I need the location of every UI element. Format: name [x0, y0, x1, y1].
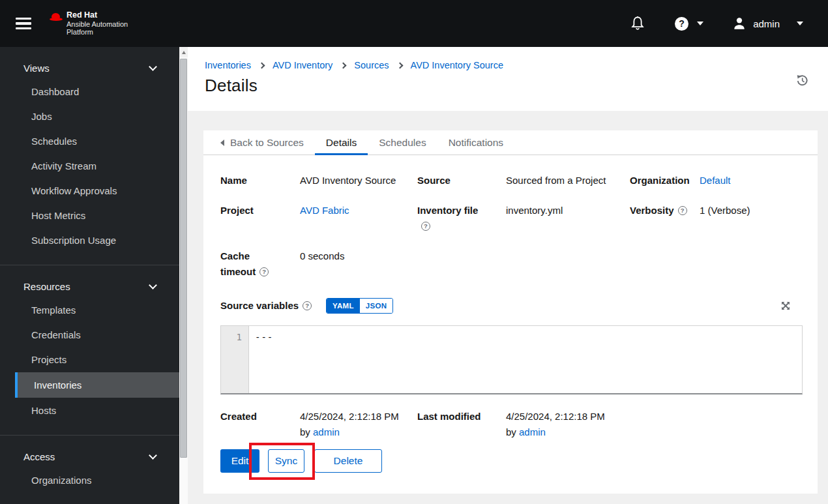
angle-right-icon [396, 62, 403, 68]
sidebar-item-subscription-usage[interactable]: Subscription Usage [0, 228, 179, 252]
nav-toggle-button[interactable] [16, 18, 31, 29]
caret-down-icon [797, 22, 803, 25]
help-popover-icon[interactable]: ? [259, 267, 269, 276]
bell-icon [630, 16, 645, 31]
brand-subtitle-1: Ansible Automation [67, 20, 128, 29]
angle-right-icon [258, 62, 265, 68]
chevron-down-icon [149, 63, 157, 71]
chevron-down-icon [149, 451, 157, 460]
source-variables-label: Source variables? [220, 298, 312, 314]
organization-label: Organization [630, 173, 700, 188]
breadcrumb-sources[interactable]: Sources [354, 60, 389, 70]
angle-right-icon [340, 62, 347, 68]
sidebar-item-credentials[interactable]: Credentials [0, 323, 179, 347]
tab-notifications[interactable]: Notifications [437, 130, 514, 155]
yaml-toggle-button[interactable]: YAML [327, 299, 360, 313]
help-dropdown-toggle[interactable] [697, 22, 703, 25]
chevron-down-icon [149, 281, 157, 289]
masthead: Red Hat Ansible Automation Platform ? [0, 0, 828, 47]
angle-left-icon [220, 140, 224, 146]
sidebar-section-resources[interactable]: Resources [0, 276, 179, 297]
edit-button[interactable]: Edit [220, 449, 259, 473]
sidebar-item-dashboard[interactable]: Dashboard [0, 80, 179, 104]
last-modified-label: Last modified [417, 409, 506, 424]
sidebar-section-views[interactable]: Views [0, 57, 179, 79]
notifications-button[interactable] [630, 16, 645, 31]
breadcrumb-avd-inventory-source[interactable]: AVD Inventory Source [411, 60, 503, 70]
sidebar-nav: Views Dashboard Jobs Schedules Activity … [0, 47, 179, 504]
project-label: Project [220, 203, 300, 218]
sidebar-item-hosts[interactable]: Hosts [0, 398, 179, 422]
detail-row-2: Project AVD Fabric Inventory file? inven… [220, 203, 803, 234]
sidebar-section-access[interactable]: Access [0, 446, 179, 467]
format-toggle: YAML JSON [326, 298, 393, 314]
inventory-file-value: inventory.yml [506, 203, 630, 218]
help-popover-icon[interactable]: ? [303, 301, 312, 310]
scrollbar-thumb[interactable] [180, 59, 187, 458]
user-icon [732, 16, 747, 31]
breadcrumb-inventories[interactable]: Inventories [205, 60, 251, 70]
help-popover-icon[interactable]: ? [678, 206, 687, 215]
cache-timeout-label: Cache timeout? [220, 248, 300, 280]
sidebar-item-inventories[interactable]: Inventories [15, 372, 179, 398]
organization-value-link[interactable]: Default [700, 175, 731, 186]
sidebar-item-workflow-approvals[interactable]: Workflow Approvals [0, 179, 179, 203]
variables-code-editor[interactable]: 1 --- [220, 325, 803, 394]
details-card: Back to Sources Details Schedules Notifi… [203, 130, 818, 494]
main-content: Inventories AVD Inventory Sources AVD In… [188, 47, 828, 504]
question-circle-icon: ? [675, 17, 688, 31]
detail-row-1: Name AVD Inventory Source Source Sourced… [220, 173, 803, 188]
action-buttons: Edit Sync Delete [220, 449, 803, 473]
last-modified-value: 4/25/2024, 2:12:18 PM [506, 409, 612, 424]
delete-button[interactable]: Delete [314, 449, 382, 473]
hamburger-icon [16, 18, 31, 20]
project-value-link[interactable]: AVD Fabric [300, 205, 349, 216]
modified-by-user-link[interactable]: admin [519, 426, 546, 437]
inventory-file-label: Inventory file? [417, 203, 506, 234]
caret-down-icon [697, 22, 703, 25]
tab-details[interactable]: Details [315, 130, 368, 155]
expand-arrows-icon [780, 301, 791, 311]
source-label: Source [417, 173, 506, 188]
name-value: AVD Inventory Source [300, 173, 417, 188]
sidebar-item-templates[interactable]: Templates [0, 298, 179, 322]
arrow-up-icon [182, 51, 186, 54]
history-icon [796, 74, 808, 87]
verbosity-value: 1 (Verbose) [700, 203, 803, 218]
editor-line-number: 1 [221, 326, 249, 393]
help-button[interactable]: ? [675, 17, 688, 31]
sidebar-item-jobs[interactable]: Jobs [0, 104, 179, 128]
brand-subtitle-2: Platform [67, 28, 128, 37]
page-header: Inventories AVD Inventory Sources AVD In… [188, 47, 828, 111]
detail-row-timestamps: Created 4/25/2024, 2:12:18 PM by admin L… [220, 409, 803, 440]
created-by-user-link[interactable]: admin [313, 426, 340, 437]
source-value: Sourced from a Project [506, 173, 630, 188]
editor-content[interactable]: --- [249, 326, 802, 393]
sync-button[interactable]: Sync [268, 449, 304, 473]
json-toggle-button[interactable]: JSON [360, 299, 393, 313]
sidebar-item-schedules[interactable]: Schedules [0, 129, 179, 153]
help-popover-icon[interactable]: ? [421, 222, 430, 231]
breadcrumb: Inventories AVD Inventory Sources AVD In… [205, 60, 811, 70]
history-button[interactable] [796, 74, 808, 89]
tab-back-to-sources[interactable]: Back to Sources [209, 130, 315, 155]
brand-title: Red Hat [67, 10, 128, 20]
detail-row-3: Cache timeout? 0 seconds [220, 248, 803, 280]
brand-logo: Red Hat Ansible Automation Platform [50, 10, 128, 37]
sidebar-item-projects[interactable]: Projects [0, 348, 179, 372]
breadcrumb-avd-inventory[interactable]: AVD Inventory [273, 60, 333, 70]
tab-schedules[interactable]: Schedules [368, 130, 437, 155]
tabbar: Back to Sources Details Schedules Notifi… [203, 130, 818, 155]
sidebar-scrollbar[interactable] [179, 47, 188, 504]
page-title: Details [205, 76, 811, 96]
scrollbar-up-button[interactable] [179, 47, 188, 57]
user-menu-label[interactable]: admin [753, 18, 780, 29]
sidebar-item-activity-stream[interactable]: Activity Stream [0, 154, 179, 178]
user-dropdown-toggle[interactable] [797, 22, 803, 25]
sidebar-item-host-metrics[interactable]: Host Metrics [0, 203, 179, 228]
created-value: 4/25/2024, 2:12:18 PM [300, 409, 399, 424]
source-variables-row: Source variables? YAML JSON [220, 298, 803, 314]
sidebar-item-organizations[interactable]: Organizations [0, 468, 179, 492]
expand-editor-button[interactable] [780, 301, 791, 313]
created-label: Created [220, 409, 300, 424]
